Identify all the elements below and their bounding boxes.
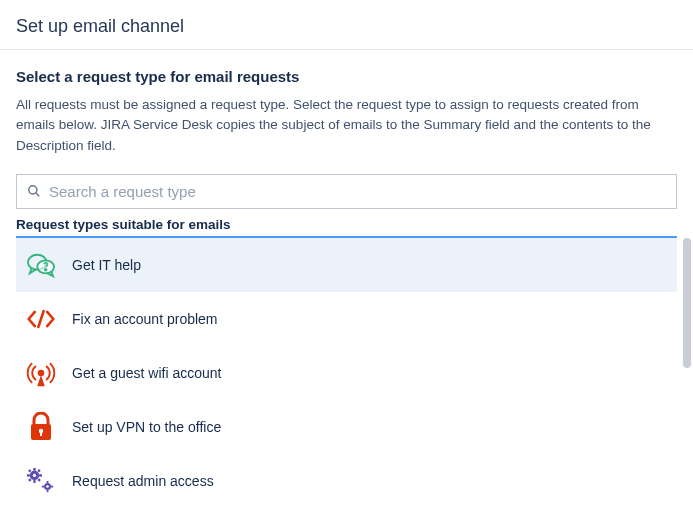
search-input[interactable] bbox=[49, 183, 666, 200]
svg-rect-18 bbox=[28, 478, 31, 481]
svg-point-6 bbox=[39, 370, 44, 375]
request-type-label: Fix an account problem bbox=[72, 311, 218, 327]
request-type-item-guest-wifi[interactable]: Get a guest wifi account bbox=[16, 346, 677, 400]
request-type-list: Get IT help Fix an account problem bbox=[16, 238, 677, 508]
request-type-item-admin-access[interactable]: Request admin access bbox=[16, 454, 677, 508]
svg-marker-7 bbox=[37, 375, 45, 386]
svg-rect-12 bbox=[33, 468, 35, 471]
svg-point-4 bbox=[45, 269, 47, 271]
section-description: All requests must be assigned a request … bbox=[16, 95, 677, 156]
svg-rect-24 bbox=[42, 485, 44, 487]
svg-rect-25 bbox=[51, 485, 53, 487]
request-type-label: Get IT help bbox=[72, 257, 141, 273]
request-type-item-get-it-help[interactable]: Get IT help bbox=[16, 238, 677, 292]
svg-rect-13 bbox=[33, 480, 35, 483]
svg-rect-14 bbox=[27, 474, 30, 476]
svg-rect-22 bbox=[47, 481, 49, 483]
svg-point-20 bbox=[33, 473, 36, 476]
svg-rect-16 bbox=[28, 469, 31, 472]
svg-line-5 bbox=[38, 311, 43, 327]
group-label: Request types suitable for emails bbox=[16, 217, 677, 232]
search-box[interactable] bbox=[16, 174, 677, 209]
svg-rect-17 bbox=[37, 478, 40, 481]
gears-icon bbox=[24, 466, 58, 496]
scrollbar-thumb[interactable] bbox=[683, 238, 691, 368]
svg-point-0 bbox=[29, 186, 37, 194]
request-type-item-vpn[interactable]: Set up VPN to the office bbox=[16, 400, 677, 454]
wifi-antenna-icon bbox=[24, 358, 58, 388]
svg-point-26 bbox=[46, 485, 49, 488]
request-type-item-fix-account[interactable]: Fix an account problem bbox=[16, 292, 677, 346]
page-title: Set up email channel bbox=[16, 16, 677, 37]
search-icon bbox=[27, 184, 41, 198]
lock-icon bbox=[24, 412, 58, 442]
speech-question-icon bbox=[24, 250, 58, 280]
request-type-label: Request admin access bbox=[72, 473, 214, 489]
section-subheading: Select a request type for email requests bbox=[16, 68, 677, 85]
svg-rect-23 bbox=[47, 490, 49, 492]
request-type-label: Get a guest wifi account bbox=[72, 365, 221, 381]
svg-line-1 bbox=[36, 193, 40, 197]
svg-rect-15 bbox=[39, 474, 42, 476]
svg-rect-10 bbox=[40, 432, 42, 436]
request-type-label: Set up VPN to the office bbox=[72, 419, 221, 435]
scrollbar[interactable] bbox=[683, 238, 691, 468]
svg-rect-19 bbox=[37, 469, 40, 472]
code-icon bbox=[24, 304, 58, 334]
